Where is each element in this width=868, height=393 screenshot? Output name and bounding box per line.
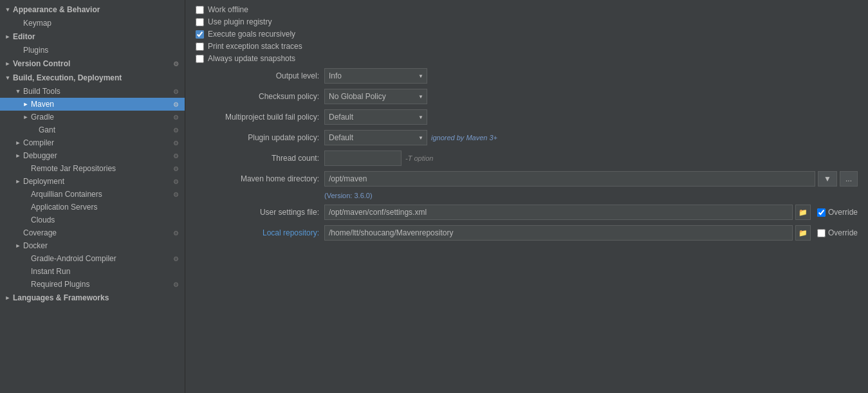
sidebar-item-version-control[interactable]: ► Version Control ⚙ [0, 57, 185, 71]
sidebar-item-compiler[interactable]: ► Compiler ⚙ [0, 136, 185, 149]
work-offline-checkbox[interactable] [196, 6, 204, 14]
maven-home-directory-control: ▼ ... [324, 171, 858, 187]
multiproject-select[interactable]: Default Fail At End Fail Never [324, 109, 427, 125]
use-plugin-registry-label: Use plugin registry [208, 17, 272, 26]
sidebar-item-gant[interactable]: Gant ⚙ [0, 123, 185, 136]
always-update-snapshots-label: Always update snapshots [208, 54, 295, 63]
arrow-icon: ► [3, 295, 13, 301]
sidebar-item-build-tools[interactable]: ▼ Build Tools ⚙ [0, 85, 185, 98]
sidebar-label: Gradle-Android Compiler [31, 254, 171, 263]
output-level-select-wrapper: Quiet Info Debug [324, 68, 427, 84]
arrow-icon: ► [13, 152, 23, 159]
arrow-icon: ► [3, 60, 13, 67]
execute-goals-recursively-checkbox[interactable] [196, 30, 204, 39]
sidebar-label: Build Tools [23, 87, 171, 96]
arrow-icon: ▼ [3, 6, 13, 13]
sidebar-label: Coverage [23, 228, 171, 237]
sidebar-item-clouds[interactable]: Clouds [0, 214, 185, 226]
user-settings-path-row: 📁 [324, 205, 811, 220]
maven-home-directory-input[interactable] [324, 171, 815, 187]
settings-icon: ⚙ [171, 101, 181, 108]
sidebar-item-docker[interactable]: ► Docker [0, 239, 185, 252]
multiproject-build-fail-policy-label: Multiproject build fail policy: [196, 113, 324, 122]
sidebar-item-instant-run[interactable]: Instant Run [0, 265, 185, 278]
sidebar-label: Remote Jar Repositories [31, 164, 171, 173]
arrow-icon: ► [3, 33, 13, 40]
thread-count-row: Thread count: -T option [196, 151, 858, 166]
sidebar-item-gradle[interactable]: ► Gradle ⚙ [0, 111, 185, 123]
maven-home-browse-btn[interactable]: ... [840, 171, 858, 187]
settings-icon: ⚙ [171, 88, 181, 95]
settings-icon: ⚙ [171, 178, 181, 185]
execute-goals-recursively-label: Execute goals recursively [208, 30, 295, 39]
work-offline-row: Work offline [196, 5, 858, 14]
arrow-icon: ► [21, 101, 31, 107]
thread-count-hint: -T option [405, 154, 433, 162]
sidebar-label: Deployment [23, 177, 171, 186]
sidebar-label: Version Control [13, 59, 171, 68]
user-settings-override-wrapper: Override [817, 208, 858, 217]
sidebar-item-application-servers[interactable]: Application Servers [0, 201, 185, 214]
sidebar-item-keymap[interactable]: Keymap [0, 17, 185, 30]
sidebar-item-required-plugins[interactable]: Required Plugins ⚙ [0, 278, 185, 291]
output-level-control: Quiet Info Debug [324, 68, 858, 84]
sidebar-item-debugger[interactable]: ► Debugger ⚙ [0, 149, 185, 162]
maven-home-path-row: ▼ ... [324, 171, 858, 187]
thread-count-input[interactable] [324, 151, 402, 166]
sidebar-item-coverage[interactable]: Coverage ⚙ [0, 226, 185, 239]
multiproject-build-fail-policy-row: Multiproject build fail policy: Default … [196, 109, 858, 125]
sidebar-label: Build, Execution, Deployment [13, 73, 182, 82]
use-plugin-registry-checkbox[interactable] [196, 18, 204, 26]
local-repository-override-label: Override [828, 228, 858, 237]
plugin-update-policy-select-wrapper: Default Check Never [324, 130, 427, 145]
user-settings-browse-btn[interactable]: 📁 [795, 205, 811, 220]
sidebar-label: Gradle [31, 113, 171, 122]
settings-icon: ⚙ [171, 165, 181, 172]
checksum-policy-control: No Global Policy Warn Fail [324, 89, 858, 104]
user-settings-override-label: Override [828, 208, 858, 217]
sidebar-item-maven[interactable]: ► Maven ⚙ [0, 98, 185, 111]
maven-home-dropdown-btn[interactable]: ▼ [818, 171, 837, 187]
sidebar-item-remote-jar-repositories[interactable]: Remote Jar Repositories ⚙ [0, 162, 185, 175]
sidebar-item-arquillian-containers[interactable]: Arquillian Containers ⚙ [0, 188, 185, 201]
plugin-update-policy-control: Default Check Never ignored by Maven 3+ [324, 130, 858, 145]
local-repository-browse-btn[interactable]: 📁 [795, 225, 811, 241]
settings-icon: ⚙ [171, 127, 181, 134]
output-level-select[interactable]: Quiet Info Debug [324, 68, 427, 84]
plugin-update-policy-label: Plugin update policy: [196, 133, 324, 142]
sidebar-item-editor[interactable]: ► Editor [0, 30, 185, 44]
user-settings-override-checkbox[interactable] [817, 208, 826, 217]
sidebar-item-plugins[interactable]: Plugins [0, 44, 185, 57]
settings-icon: ⚙ [171, 255, 181, 262]
maven-version-text: (Version: 3.6.0) [324, 192, 858, 199]
sidebar-label: Debugger [23, 151, 171, 160]
sidebar-label: Editor [13, 32, 182, 41]
local-repository-input[interactable] [324, 225, 793, 241]
arrow-icon: ► [13, 242, 23, 249]
always-update-snapshots-checkbox[interactable] [196, 55, 204, 63]
settings-sidebar: ▼ Appearance & Behavior Keymap ► Editor … [0, 0, 185, 393]
output-level-row: Output level: Quiet Info Debug [196, 68, 858, 84]
sidebar-item-deployment[interactable]: ► Deployment ⚙ [0, 175, 185, 188]
sidebar-item-gradle-android-compiler[interactable]: Gradle-Android Compiler ⚙ [0, 252, 185, 265]
arrow-icon: ► [21, 114, 31, 120]
execute-goals-recursively-row: Execute goals recursively [196, 30, 858, 39]
sidebar-label: Required Plugins [31, 280, 171, 289]
checkboxes-group: Work offline Use plugin registry Execute… [196, 5, 858, 63]
local-repository-path-row: 📁 [324, 225, 811, 241]
maven-home-directory-row: Maven home directory: ▼ ... [196, 171, 858, 187]
plugin-update-policy-select[interactable]: Default Check Never [324, 130, 427, 145]
work-offline-label: Work offline [208, 5, 248, 14]
sidebar-item-build-execution-deployment[interactable]: ▼ Build, Execution, Deployment [0, 71, 185, 85]
checksum-policy-select[interactable]: No Global Policy Warn Fail [324, 89, 427, 104]
maven-home-directory-label: Maven home directory: [196, 174, 324, 183]
thread-count-control: -T option [324, 151, 858, 166]
sidebar-item-languages-frameworks[interactable]: ► Languages & Frameworks [0, 291, 185, 305]
print-exception-checkbox[interactable] [196, 42, 204, 51]
user-settings-file-row: User settings file: 📁 Override [196, 205, 858, 220]
user-settings-file-input[interactable] [324, 205, 793, 220]
settings-icon: ⚙ [171, 230, 181, 237]
multiproject-select-wrapper: Default Fail At End Fail Never [324, 109, 427, 125]
local-repository-override-checkbox[interactable] [817, 229, 826, 237]
sidebar-item-appearance-behavior[interactable]: ▼ Appearance & Behavior [0, 3, 185, 17]
